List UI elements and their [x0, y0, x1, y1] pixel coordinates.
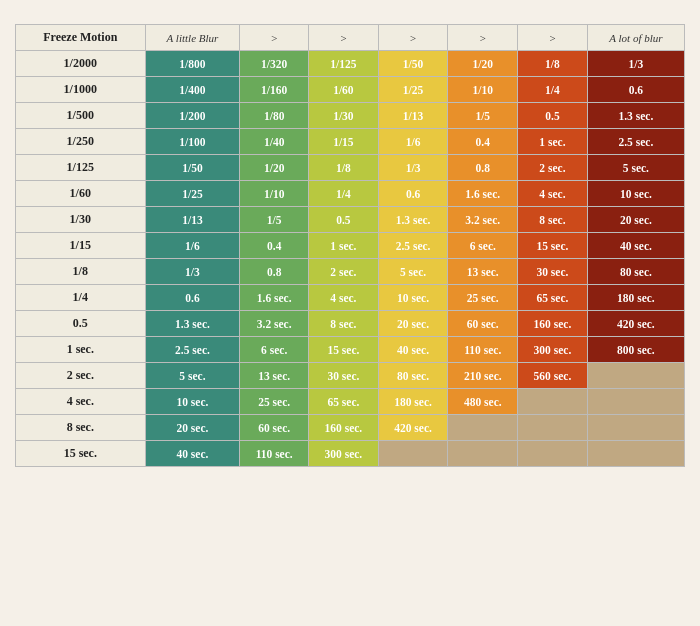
cell-14-0: 20 sec.: [145, 415, 240, 441]
cell-3-1: 1/40: [240, 129, 309, 155]
cell-7-1: 0.4: [240, 233, 309, 259]
cell-10-1: 3.2 sec.: [240, 311, 309, 337]
cell-3-6: 2.5 sec.: [587, 129, 684, 155]
cell-13-6: [587, 389, 684, 415]
cell-15-1: 110 sec.: [240, 441, 309, 467]
cell-9-5: 65 sec.: [518, 285, 588, 311]
table-row: 1/2501/1001/401/151/60.41 sec.2.5 sec.: [16, 129, 685, 155]
cell-8-2: 2 sec.: [309, 259, 379, 285]
col-header-5: >: [518, 25, 588, 51]
table-row: 8 sec.20 sec.60 sec.160 sec.420 sec.: [16, 415, 685, 441]
cell-0-1: 1/320: [240, 51, 309, 77]
cell-9-3: 10 sec.: [378, 285, 448, 311]
cell-6-3: 1.3 sec.: [378, 207, 448, 233]
table-row: 1/1251/501/201/81/30.82 sec.5 sec.: [16, 155, 685, 181]
row-label-14: 8 sec.: [16, 415, 146, 441]
cell-13-3: 180 sec.: [378, 389, 448, 415]
table-row: 15 sec.40 sec.110 sec.300 sec.: [16, 441, 685, 467]
cell-2-1: 1/80: [240, 103, 309, 129]
cell-13-2: 65 sec.: [309, 389, 379, 415]
cell-10-6: 420 sec.: [587, 311, 684, 337]
row-label-3: 1/250: [16, 129, 146, 155]
cell-6-6: 20 sec.: [587, 207, 684, 233]
cell-14-4: [448, 415, 518, 441]
table-wrapper: Freeze MotionA little Blur>>>>>A lot of …: [15, 24, 685, 467]
row-label-4: 1/125: [16, 155, 146, 181]
row-label-11: 1 sec.: [16, 337, 146, 363]
cell-14-3: 420 sec.: [378, 415, 448, 441]
row-label-8: 1/8: [16, 259, 146, 285]
row-label-9: 1/4: [16, 285, 146, 311]
cell-0-5: 1/8: [518, 51, 588, 77]
cell-4-0: 1/50: [145, 155, 240, 181]
row-label-7: 1/15: [16, 233, 146, 259]
row-label-13: 4 sec.: [16, 389, 146, 415]
cell-8-3: 5 sec.: [378, 259, 448, 285]
col-header-0: A little Blur: [145, 25, 240, 51]
cell-13-1: 25 sec.: [240, 389, 309, 415]
cell-11-0: 2.5 sec.: [145, 337, 240, 363]
col-header-6: A lot of blur: [587, 25, 684, 51]
cell-3-0: 1/100: [145, 129, 240, 155]
cell-10-3: 20 sec.: [378, 311, 448, 337]
table-row: 1/151/60.41 sec.2.5 sec.6 sec.15 sec.40 …: [16, 233, 685, 259]
col-header-1: >: [240, 25, 309, 51]
table-row: 1/301/131/50.51.3 sec.3.2 sec.8 sec.20 s…: [16, 207, 685, 233]
cell-2-5: 0.5: [518, 103, 588, 129]
cell-7-6: 40 sec.: [587, 233, 684, 259]
cell-15-6: [587, 441, 684, 467]
row-label-6: 1/30: [16, 207, 146, 233]
cell-6-1: 1/5: [240, 207, 309, 233]
cell-8-1: 0.8: [240, 259, 309, 285]
cell-0-4: 1/20: [448, 51, 518, 77]
cell-6-2: 0.5: [309, 207, 379, 233]
cell-7-2: 1 sec.: [309, 233, 379, 259]
cell-6-0: 1/13: [145, 207, 240, 233]
cell-12-2: 30 sec.: [309, 363, 379, 389]
cell-4-3: 1/3: [378, 155, 448, 181]
cell-11-5: 300 sec.: [518, 337, 588, 363]
cell-10-0: 1.3 sec.: [145, 311, 240, 337]
table-row: 2 sec.5 sec.13 sec.30 sec.80 sec.210 sec…: [16, 363, 685, 389]
header-row: Freeze MotionA little Blur>>>>>A lot of …: [16, 25, 685, 51]
row-label-12: 2 sec.: [16, 363, 146, 389]
table-row: 4 sec.10 sec.25 sec.65 sec.180 sec.480 s…: [16, 389, 685, 415]
row-label-10: 0.5: [16, 311, 146, 337]
cell-10-5: 160 sec.: [518, 311, 588, 337]
cell-14-1: 60 sec.: [240, 415, 309, 441]
cell-1-4: 1/10: [448, 77, 518, 103]
cell-14-5: [518, 415, 588, 441]
cell-5-6: 10 sec.: [587, 181, 684, 207]
cell-10-4: 60 sec.: [448, 311, 518, 337]
cell-2-3: 1/13: [378, 103, 448, 129]
cell-15-4: [448, 441, 518, 467]
cell-1-0: 1/400: [145, 77, 240, 103]
cell-12-0: 5 sec.: [145, 363, 240, 389]
cell-7-3: 2.5 sec.: [378, 233, 448, 259]
cell-12-5: 560 sec.: [518, 363, 588, 389]
cell-4-5: 2 sec.: [518, 155, 588, 181]
col-header-3: >: [378, 25, 448, 51]
cell-2-4: 1/5: [448, 103, 518, 129]
cell-3-2: 1/15: [309, 129, 379, 155]
cell-0-3: 1/50: [378, 51, 448, 77]
cell-7-4: 6 sec.: [448, 233, 518, 259]
cell-1-2: 1/60: [309, 77, 379, 103]
cell-14-6: [587, 415, 684, 441]
cell-11-1: 6 sec.: [240, 337, 309, 363]
cell-15-5: [518, 441, 588, 467]
cell-13-5: [518, 389, 588, 415]
cell-1-5: 1/4: [518, 77, 588, 103]
cell-1-1: 1/160: [240, 77, 309, 103]
table-row: 0.51.3 sec.3.2 sec.8 sec.20 sec.60 sec.1…: [16, 311, 685, 337]
cell-2-2: 1/30: [309, 103, 379, 129]
cell-11-6: 800 sec.: [587, 337, 684, 363]
cell-8-0: 1/3: [145, 259, 240, 285]
cell-15-0: 40 sec.: [145, 441, 240, 467]
table-row: 1/10001/4001/1601/601/251/101/40.6: [16, 77, 685, 103]
col-header-2: >: [309, 25, 379, 51]
cell-8-6: 80 sec.: [587, 259, 684, 285]
cell-13-4: 480 sec.: [448, 389, 518, 415]
cell-0-0: 1/800: [145, 51, 240, 77]
cell-11-2: 15 sec.: [309, 337, 379, 363]
